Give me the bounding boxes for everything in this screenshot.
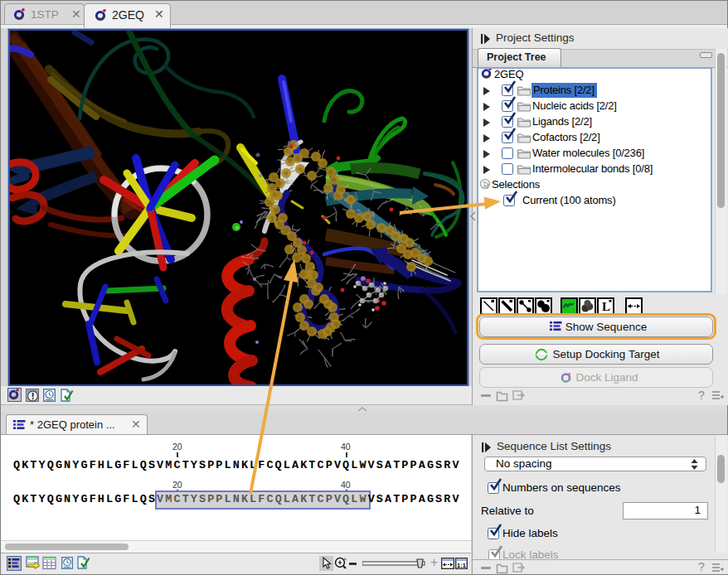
svg-text:1:1: 1:1 <box>457 562 466 569</box>
